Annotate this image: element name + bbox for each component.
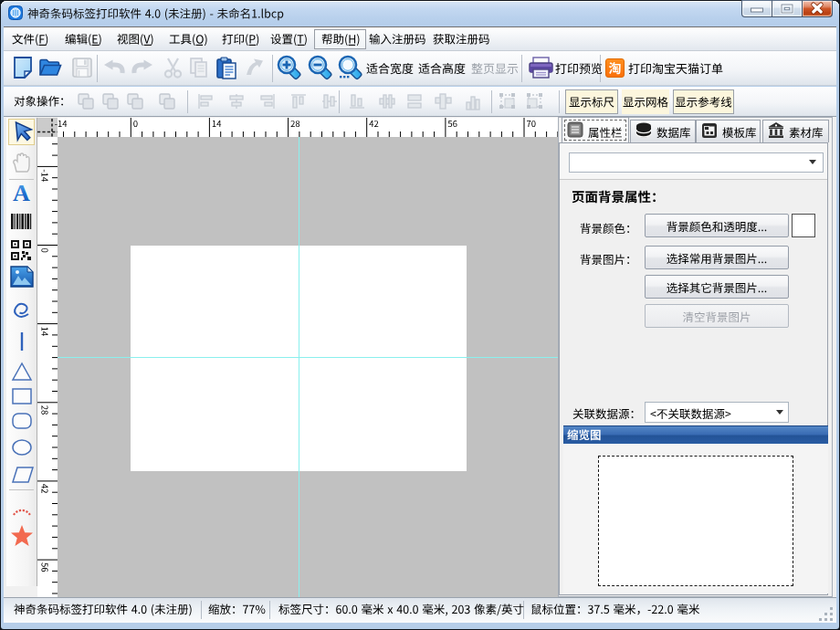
svg-text:A: A [13, 182, 30, 204]
